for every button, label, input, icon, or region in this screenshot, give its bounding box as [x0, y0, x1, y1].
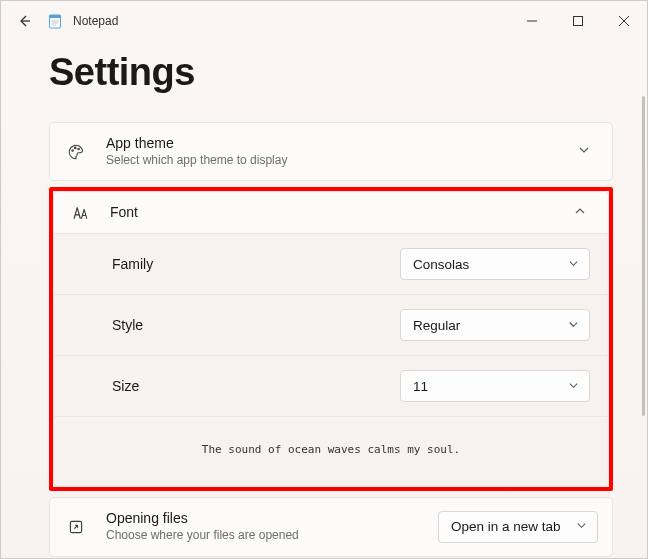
chevron-down-icon — [574, 144, 594, 159]
font-section-highlight: Font Family Consolas — [49, 187, 613, 491]
font-family-value: Consolas — [413, 257, 469, 272]
chevron-down-icon — [576, 520, 587, 533]
close-icon — [619, 16, 629, 26]
maximize-icon — [573, 16, 583, 26]
svg-rect-1 — [50, 15, 61, 18]
font-title: Font — [110, 204, 570, 221]
font-size-dropdown[interactable]: 11 — [400, 370, 590, 402]
app-window: Notepad Settings — [1, 1, 647, 558]
opening-files-dropdown[interactable]: Open in a new tab — [438, 511, 598, 543]
open-external-icon — [66, 519, 86, 535]
app-theme-card[interactable]: App theme Select which app theme to disp… — [49, 122, 613, 181]
app-theme-subtitle: Select which app theme to display — [106, 153, 574, 169]
close-button[interactable] — [601, 1, 647, 41]
font-family-dropdown[interactable]: Consolas — [400, 248, 590, 280]
opening-files-subtitle: Choose where your files are opened — [106, 528, 428, 544]
app-title: Notepad — [73, 14, 118, 28]
chevron-up-icon — [570, 205, 590, 220]
font-family-label: Family — [112, 256, 400, 272]
font-style-value: Regular — [413, 318, 460, 333]
palette-icon — [66, 143, 86, 161]
app-theme-title: App theme — [106, 135, 574, 152]
opening-files-header: Opening files Choose where your files ar… — [50, 498, 612, 555]
content-area: Settings App theme Select which app them… — [1, 41, 647, 558]
svg-point-11 — [78, 148, 80, 150]
font-size-value: 11 — [413, 379, 428, 394]
notepad-icon — [47, 13, 63, 29]
back-button[interactable] — [7, 4, 41, 38]
minimize-button[interactable] — [509, 1, 555, 41]
chevron-down-icon — [568, 258, 579, 271]
font-style-label: Style — [112, 317, 400, 333]
font-size-label: Size — [112, 378, 400, 394]
titlebar: Notepad — [1, 1, 647, 41]
opening-files-card: Opening files Choose where your files ar… — [49, 497, 613, 556]
chevron-down-icon — [568, 319, 579, 332]
font-style-row: Style Regular — [54, 294, 608, 355]
svg-point-10 — [75, 147, 77, 149]
font-size-row: Size 11 — [54, 355, 608, 416]
font-icon — [70, 205, 90, 221]
page-title: Settings — [49, 51, 613, 94]
chevron-down-icon — [568, 380, 579, 393]
svg-rect-6 — [574, 17, 583, 26]
font-family-row: Family Consolas — [54, 234, 608, 294]
opening-files-title: Opening files — [106, 510, 428, 527]
font-header[interactable]: Font — [54, 192, 608, 233]
opening-files-value: Open in a new tab — [451, 519, 561, 534]
minimize-icon — [527, 16, 537, 26]
font-style-dropdown[interactable]: Regular — [400, 309, 590, 341]
app-theme-header[interactable]: App theme Select which app theme to disp… — [50, 123, 612, 180]
font-subitems: Family Consolas Style Regular — [53, 234, 609, 487]
maximize-button[interactable] — [555, 1, 601, 41]
window-controls — [509, 1, 647, 41]
font-card[interactable]: Font — [53, 191, 609, 234]
svg-point-9 — [72, 149, 74, 151]
scrollbar[interactable] — [642, 96, 645, 416]
font-preview: The sound of ocean waves calms my soul. — [54, 416, 608, 486]
arrow-left-icon — [16, 13, 32, 29]
